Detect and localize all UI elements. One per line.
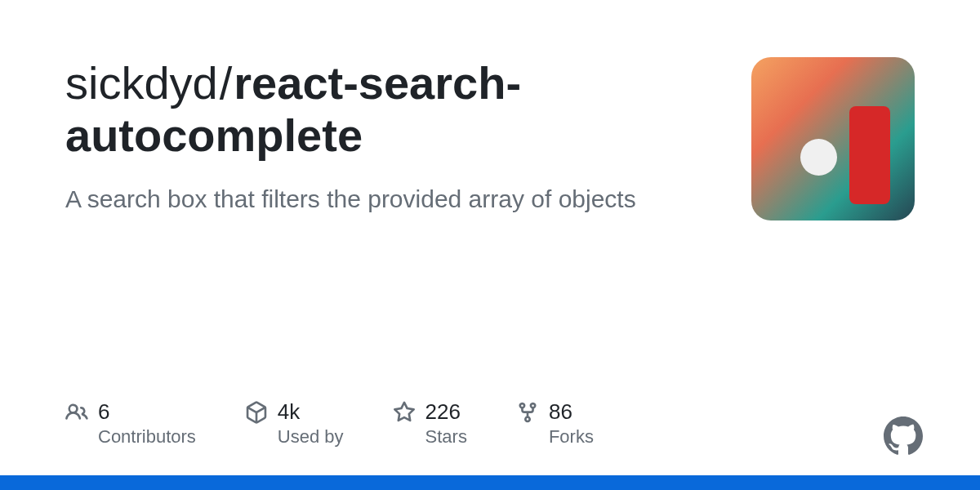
github-logo-icon[interactable] (884, 416, 923, 456)
repo-info: sickdyd/react-search-autocomplete A sear… (65, 57, 735, 220)
repo-title: sickdyd/react-search-autocomplete (65, 57, 735, 163)
usedby-count: 4k (278, 399, 344, 425)
stat-stars[interactable]: 226 Stars (393, 399, 467, 448)
package-icon (245, 401, 268, 424)
usedby-label: Used by (278, 426, 344, 448)
repo-owner[interactable]: sickdyd (65, 57, 218, 109)
stars-count: 226 (425, 399, 467, 425)
separator: / (220, 57, 233, 109)
star-icon (393, 401, 416, 424)
stars-label: Stars (425, 426, 467, 448)
stat-text: 226 Stars (425, 399, 467, 448)
stat-forks[interactable]: 86 Forks (516, 399, 594, 448)
contributors-label: Contributors (98, 426, 196, 448)
forks-label: Forks (549, 426, 594, 448)
contributors-count: 6 (98, 399, 196, 425)
stat-usedby[interactable]: 4k Used by (245, 399, 344, 448)
people-icon (65, 401, 88, 424)
stat-text: 6 Contributors (98, 399, 196, 448)
stat-text: 4k Used by (278, 399, 344, 448)
repo-card: sickdyd/react-search-autocomplete A sear… (0, 0, 980, 220)
stat-text: 86 Forks (549, 399, 594, 448)
fork-icon (516, 401, 539, 424)
repo-description: A search box that filters the provided a… (65, 182, 637, 216)
forks-count: 86 (549, 399, 594, 425)
stat-contributors[interactable]: 6 Contributors (65, 399, 196, 448)
owner-avatar[interactable] (751, 57, 915, 220)
repo-stats: 6 Contributors 4k Used by 226 Stars 86 F… (65, 399, 594, 448)
accent-bar (0, 475, 980, 490)
